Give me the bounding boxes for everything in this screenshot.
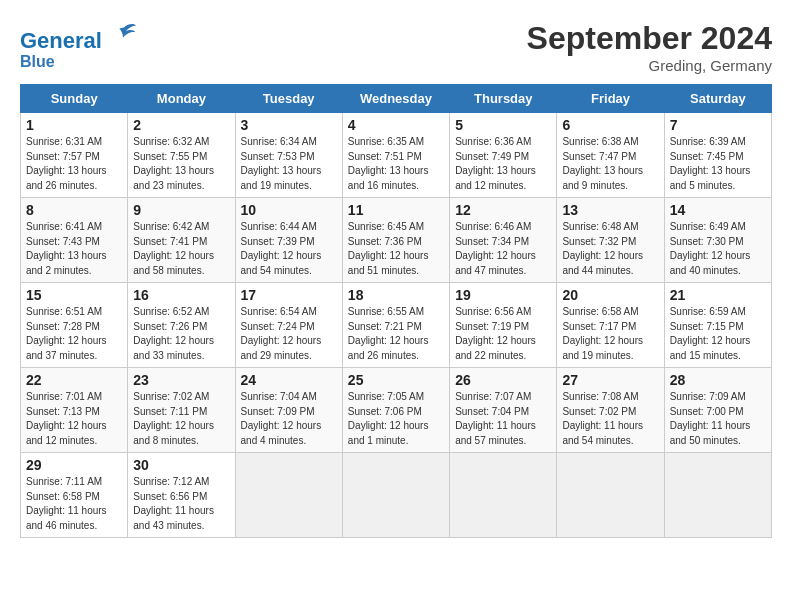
col-header-monday: Monday [128, 85, 235, 113]
calendar-cell: 10Sunrise: 6:44 AM Sunset: 7:39 PM Dayli… [235, 198, 342, 283]
calendar-week-2: 8Sunrise: 6:41 AM Sunset: 7:43 PM Daylig… [21, 198, 772, 283]
day-info: Sunrise: 7:08 AM Sunset: 7:02 PM Dayligh… [562, 390, 658, 448]
day-number: 2 [133, 117, 229, 133]
calendar-cell: 25Sunrise: 7:05 AM Sunset: 7:06 PM Dayli… [342, 368, 449, 453]
day-number: 25 [348, 372, 444, 388]
day-number: 20 [562, 287, 658, 303]
calendar-cell: 19Sunrise: 6:56 AM Sunset: 7:19 PM Dayli… [450, 283, 557, 368]
day-number: 27 [562, 372, 658, 388]
day-number: 30 [133, 457, 229, 473]
day-info: Sunrise: 7:04 AM Sunset: 7:09 PM Dayligh… [241, 390, 337, 448]
day-number: 18 [348, 287, 444, 303]
calendar-cell [235, 453, 342, 538]
day-info: Sunrise: 7:01 AM Sunset: 7:13 PM Dayligh… [26, 390, 122, 448]
day-number: 26 [455, 372, 551, 388]
calendar-cell: 12Sunrise: 6:46 AM Sunset: 7:34 PM Dayli… [450, 198, 557, 283]
col-header-wednesday: Wednesday [342, 85, 449, 113]
day-number: 1 [26, 117, 122, 133]
day-info: Sunrise: 7:12 AM Sunset: 6:56 PM Dayligh… [133, 475, 229, 533]
col-header-saturday: Saturday [664, 85, 771, 113]
calendar-cell: 6Sunrise: 6:38 AM Sunset: 7:47 PM Daylig… [557, 113, 664, 198]
calendar-cell: 14Sunrise: 6:49 AM Sunset: 7:30 PM Dayli… [664, 198, 771, 283]
day-info: Sunrise: 6:58 AM Sunset: 7:17 PM Dayligh… [562, 305, 658, 363]
calendar-week-3: 15Sunrise: 6:51 AM Sunset: 7:28 PM Dayli… [21, 283, 772, 368]
day-info: Sunrise: 7:02 AM Sunset: 7:11 PM Dayligh… [133, 390, 229, 448]
col-header-sunday: Sunday [21, 85, 128, 113]
day-info: Sunrise: 6:59 AM Sunset: 7:15 PM Dayligh… [670, 305, 766, 363]
day-info: Sunrise: 6:32 AM Sunset: 7:55 PM Dayligh… [133, 135, 229, 193]
day-info: Sunrise: 7:09 AM Sunset: 7:00 PM Dayligh… [670, 390, 766, 448]
calendar-header-row: SundayMondayTuesdayWednesdayThursdayFrid… [21, 85, 772, 113]
calendar-cell [450, 453, 557, 538]
day-number: 3 [241, 117, 337, 133]
calendar-cell: 29Sunrise: 7:11 AM Sunset: 6:58 PM Dayli… [21, 453, 128, 538]
calendar-cell: 18Sunrise: 6:55 AM Sunset: 7:21 PM Dayli… [342, 283, 449, 368]
calendar-cell: 16Sunrise: 6:52 AM Sunset: 7:26 PM Dayli… [128, 283, 235, 368]
calendar-week-1: 1Sunrise: 6:31 AM Sunset: 7:57 PM Daylig… [21, 113, 772, 198]
calendar-cell: 3Sunrise: 6:34 AM Sunset: 7:53 PM Daylig… [235, 113, 342, 198]
day-info: Sunrise: 6:51 AM Sunset: 7:28 PM Dayligh… [26, 305, 122, 363]
day-info: Sunrise: 6:46 AM Sunset: 7:34 PM Dayligh… [455, 220, 551, 278]
calendar-cell: 27Sunrise: 7:08 AM Sunset: 7:02 PM Dayli… [557, 368, 664, 453]
day-info: Sunrise: 6:39 AM Sunset: 7:45 PM Dayligh… [670, 135, 766, 193]
day-number: 19 [455, 287, 551, 303]
calendar-cell: 24Sunrise: 7:04 AM Sunset: 7:09 PM Dayli… [235, 368, 342, 453]
day-number: 4 [348, 117, 444, 133]
calendar-cell: 28Sunrise: 7:09 AM Sunset: 7:00 PM Dayli… [664, 368, 771, 453]
title-block: September 2024 Greding, Germany [527, 20, 772, 74]
day-number: 15 [26, 287, 122, 303]
day-number: 9 [133, 202, 229, 218]
location: Greding, Germany [527, 57, 772, 74]
col-header-thursday: Thursday [450, 85, 557, 113]
calendar-cell: 13Sunrise: 6:48 AM Sunset: 7:32 PM Dayli… [557, 198, 664, 283]
day-number: 11 [348, 202, 444, 218]
logo-bird-icon [110, 20, 138, 48]
calendar-cell: 9Sunrise: 6:42 AM Sunset: 7:41 PM Daylig… [128, 198, 235, 283]
day-number: 17 [241, 287, 337, 303]
calendar-cell: 2Sunrise: 6:32 AM Sunset: 7:55 PM Daylig… [128, 113, 235, 198]
day-number: 14 [670, 202, 766, 218]
calendar-cell: 7Sunrise: 6:39 AM Sunset: 7:45 PM Daylig… [664, 113, 771, 198]
day-info: Sunrise: 7:11 AM Sunset: 6:58 PM Dayligh… [26, 475, 122, 533]
calendar-cell [557, 453, 664, 538]
calendar-cell: 17Sunrise: 6:54 AM Sunset: 7:24 PM Dayli… [235, 283, 342, 368]
day-number: 16 [133, 287, 229, 303]
day-number: 28 [670, 372, 766, 388]
day-number: 29 [26, 457, 122, 473]
day-number: 7 [670, 117, 766, 133]
day-number: 21 [670, 287, 766, 303]
calendar-cell: 22Sunrise: 7:01 AM Sunset: 7:13 PM Dayli… [21, 368, 128, 453]
calendar-cell: 8Sunrise: 6:41 AM Sunset: 7:43 PM Daylig… [21, 198, 128, 283]
day-info: Sunrise: 6:49 AM Sunset: 7:30 PM Dayligh… [670, 220, 766, 278]
day-info: Sunrise: 6:42 AM Sunset: 7:41 PM Dayligh… [133, 220, 229, 278]
day-number: 13 [562, 202, 658, 218]
day-info: Sunrise: 6:56 AM Sunset: 7:19 PM Dayligh… [455, 305, 551, 363]
logo-blue: Blue [20, 53, 138, 71]
calendar-cell: 15Sunrise: 6:51 AM Sunset: 7:28 PM Dayli… [21, 283, 128, 368]
day-info: Sunrise: 6:41 AM Sunset: 7:43 PM Dayligh… [26, 220, 122, 278]
calendar-cell: 20Sunrise: 6:58 AM Sunset: 7:17 PM Dayli… [557, 283, 664, 368]
col-header-friday: Friday [557, 85, 664, 113]
calendar-week-5: 29Sunrise: 7:11 AM Sunset: 6:58 PM Dayli… [21, 453, 772, 538]
day-info: Sunrise: 6:36 AM Sunset: 7:49 PM Dayligh… [455, 135, 551, 193]
day-info: Sunrise: 6:52 AM Sunset: 7:26 PM Dayligh… [133, 305, 229, 363]
day-number: 22 [26, 372, 122, 388]
day-number: 8 [26, 202, 122, 218]
day-info: Sunrise: 6:38 AM Sunset: 7:47 PM Dayligh… [562, 135, 658, 193]
day-info: Sunrise: 6:55 AM Sunset: 7:21 PM Dayligh… [348, 305, 444, 363]
day-number: 24 [241, 372, 337, 388]
col-header-tuesday: Tuesday [235, 85, 342, 113]
day-number: 10 [241, 202, 337, 218]
calendar-cell [342, 453, 449, 538]
month-title: September 2024 [527, 20, 772, 57]
day-number: 12 [455, 202, 551, 218]
calendar-cell: 21Sunrise: 6:59 AM Sunset: 7:15 PM Dayli… [664, 283, 771, 368]
day-info: Sunrise: 6:54 AM Sunset: 7:24 PM Dayligh… [241, 305, 337, 363]
day-info: Sunrise: 7:05 AM Sunset: 7:06 PM Dayligh… [348, 390, 444, 448]
calendar-cell: 4Sunrise: 6:35 AM Sunset: 7:51 PM Daylig… [342, 113, 449, 198]
calendar-table: SundayMondayTuesdayWednesdayThursdayFrid… [20, 84, 772, 538]
calendar-cell: 11Sunrise: 6:45 AM Sunset: 7:36 PM Dayli… [342, 198, 449, 283]
page-header: General Blue September 2024 Greding, Ger… [20, 20, 772, 74]
day-number: 6 [562, 117, 658, 133]
day-number: 23 [133, 372, 229, 388]
